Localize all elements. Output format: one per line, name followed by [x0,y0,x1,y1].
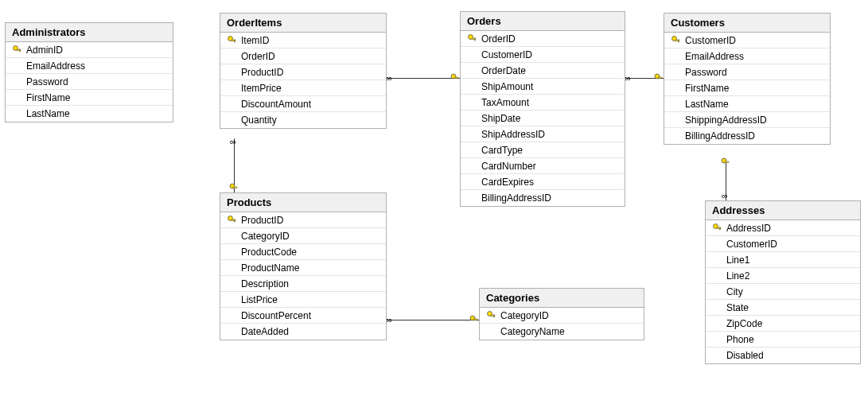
table-title: Addresses [706,201,860,220]
table-row[interactable]: State [706,300,860,316]
table-row[interactable]: ItemPrice [220,80,386,96]
table-row[interactable]: DateAdded [220,324,386,340]
endpoint-key-icon [469,315,479,324]
table-row[interactable]: ProductCode [220,244,386,260]
table-row[interactable]: CategoryID [480,308,644,324]
table-title: Categories [480,289,644,308]
table-title: Products [220,193,386,212]
table-row[interactable]: ProductName [220,260,386,276]
field-name: ShipAmount [480,81,621,92]
table-row[interactable]: LastName [6,106,173,122]
table-row[interactable]: ShipDate [461,111,625,126]
table-row[interactable]: ShippingAddressID [664,112,830,128]
table-row[interactable]: Password [664,64,830,80]
table-row[interactable]: CustomerID [461,47,625,63]
table-orders[interactable]: Orders OrderIDCustomerIDOrderDateShipAmo… [460,11,625,207]
field-name: ItemID [239,35,383,46]
field-name: ListPrice [239,294,383,305]
field-name: ProductName [239,262,383,274]
field-name: FirstName [683,83,827,94]
table-row[interactable]: OrderID [461,31,625,47]
table-row[interactable]: City [706,284,860,300]
field-name: LastName [683,99,827,110]
table-row[interactable]: CategoryID [220,228,386,244]
table-row[interactable]: OrderID [220,49,386,64]
key-icon [671,35,681,45]
table-row[interactable]: CustomerID [664,33,830,49]
table-orderitems[interactable]: OrderItems ItemIDOrderIDProductIDItemPri… [220,13,387,129]
table-row[interactable]: CustomerID [706,236,860,252]
table-row[interactable]: ShipAddressID [461,126,625,142]
field-name: Line2 [725,270,857,282]
table-row[interactable]: BillingAddressID [664,128,830,144]
field-name: ShippingAddressID [683,115,827,126]
table-products[interactable]: Products ProductIDCategoryIDProductCodeP… [220,192,387,340]
table-title: Administrators [6,23,173,42]
field-name: Disabled [725,350,857,361]
table-row[interactable]: FirstName [6,90,173,106]
table-row[interactable]: CardExpires [461,174,625,190]
svg-rect-13 [725,161,729,163]
svg-rect-23 [474,38,475,41]
svg-text:∞: ∞ [722,191,728,200]
table-row[interactable]: Disabled [706,348,860,363]
endpoint-key-icon [721,157,730,167]
table-row[interactable]: DiscountPercent [220,308,386,324]
table-fields: CustomerIDEmailAddressPasswordFirstNameL… [664,33,830,144]
field-name: ShipAddressID [480,129,621,140]
table-row[interactable]: Line2 [706,268,860,284]
field-name: Quantity [239,115,383,126]
endpoint-many-icon: ∞ [229,137,239,146]
table-row[interactable]: ZipCode [706,316,860,332]
field-name: ShipDate [480,113,621,124]
table-row[interactable]: LastName [664,96,830,112]
table-row[interactable]: Description [220,276,386,292]
table-row[interactable]: TaxAmount [461,95,625,111]
table-row[interactable]: FirstName [664,80,830,96]
table-row[interactable]: Phone [706,332,860,348]
table-row[interactable]: Line1 [706,252,860,268]
table-row[interactable]: AddressID [706,220,860,236]
endpoint-key-icon [450,73,460,83]
svg-rect-5 [454,77,458,79]
table-row[interactable]: ShipAmount [461,79,625,95]
table-fields: AdminIDEmailAddressPasswordFirstNameLast… [6,42,173,122]
table-row[interactable]: EmailAddress [6,58,173,74]
primary-key-icon [464,33,480,44]
key-icon [467,33,477,44]
field-name: Phone [725,334,857,345]
table-row[interactable]: EmailAddress [664,49,830,64]
field-name: DiscountPercent [239,310,383,321]
table-row[interactable]: ProductID [220,212,386,228]
table-title: Orders [461,12,625,31]
table-row[interactable]: DiscountAmount [220,96,386,112]
table-row[interactable]: Quantity [220,112,386,128]
svg-text:∞: ∞ [625,73,631,83]
svg-text:∞: ∞ [386,315,392,324]
table-row[interactable]: ListPrice [220,292,386,308]
field-name: CardType [480,145,621,156]
field-name: AdminID [25,45,169,56]
table-row[interactable]: CardNumber [461,158,625,174]
field-name: EmailAddress [683,51,827,62]
table-row[interactable]: ItemID [220,33,386,49]
field-name: FirstName [25,92,169,103]
table-title: OrderItems [220,14,386,33]
field-name: CustomerID [683,35,827,46]
table-row[interactable]: OrderDate [461,63,625,79]
connector-orderitems-orders [387,78,460,79]
field-name: AddressID [725,223,857,234]
svg-rect-20 [234,40,235,42]
table-administrators[interactable]: Administrators AdminIDEmailAddressPasswo… [5,22,173,122]
table-categories[interactable]: Categories CategoryIDCategoryName [479,288,644,340]
table-row[interactable]: Password [6,74,173,90]
table-customers[interactable]: Customers CustomerIDEmailAddressPassword… [664,13,831,145]
field-name: OrderID [480,33,621,45]
table-row[interactable]: CategoryName [480,324,644,340]
table-addresses[interactable]: Addresses AddressIDCustomerIDLine1Line2C… [705,200,861,364]
primary-key-icon [709,223,725,233]
table-row[interactable]: BillingAddressID [461,190,625,206]
table-row[interactable]: CardType [461,142,625,158]
table-row[interactable]: ProductID [220,64,386,80]
table-row[interactable]: AdminID [6,42,173,58]
